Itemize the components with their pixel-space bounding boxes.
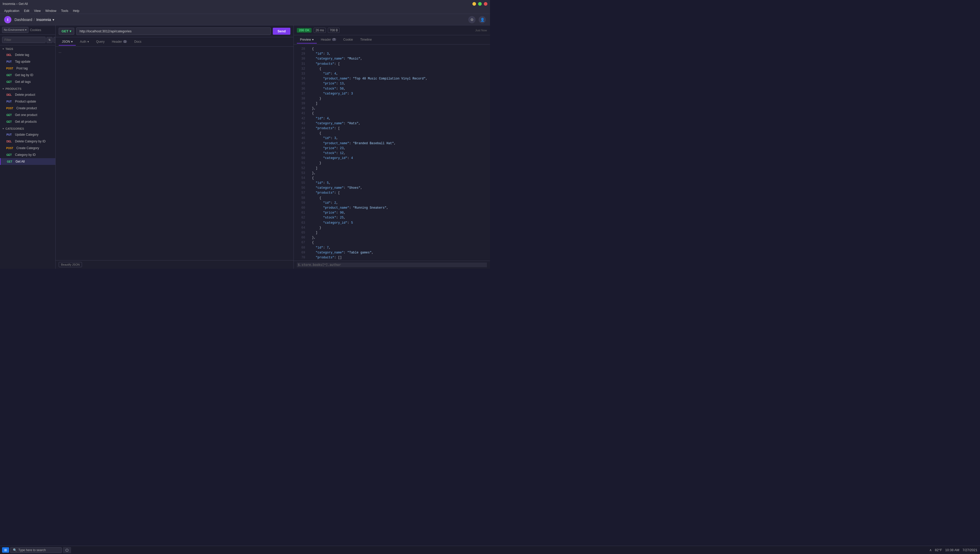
sidebar-item-get-tag-by-id[interactable]: GET Get tag by ID [0, 72, 55, 78]
json-line: 61 "price": 90, [295, 211, 489, 216]
menu-tools[interactable]: Tools [59, 8, 70, 13]
json-line: 34 "product_name": "Top 40 Music Compila… [295, 77, 489, 81]
line-number: 38 [297, 96, 305, 101]
json-line: 44 "products": [ [295, 126, 489, 131]
no-environment-button[interactable]: No Environment ▾ [2, 27, 29, 33]
sidebar-item-post-tag[interactable]: POST Post tag [0, 65, 55, 72]
json-line: 38 } [295, 96, 489, 101]
url-input[interactable] [76, 27, 271, 35]
filter-extra-button[interactable]: ⊕ [54, 37, 56, 43]
method-label: GET [62, 29, 68, 33]
main-layout: No Environment ▾ Cookies ⇅ ⊕ ▾ Tags DEL … [0, 26, 490, 269]
tab-header[interactable]: Header 1 [108, 38, 130, 46]
line-content: { [308, 46, 314, 51]
menu-window[interactable]: Window [43, 8, 59, 13]
section-products[interactable]: ▾ Products [0, 85, 55, 91]
method-selector[interactable]: GET ▾ [59, 28, 74, 35]
json-line: 47 "product_name": "Branded Baseball Hat… [295, 141, 489, 146]
item-label: Create Category [16, 146, 39, 150]
method-put-badge: PUT [5, 60, 13, 64]
sidebar-item-delete-tag[interactable]: DEL Delete tag [0, 51, 55, 58]
close-button[interactable] [484, 2, 487, 6]
response-body[interactable]: 28 {29 "id": 3,30 "category_name": "Musi… [294, 45, 490, 261]
line-number: 58 [297, 196, 305, 201]
resp-tab-timeline[interactable]: Timeline [357, 36, 375, 43]
section-tags[interactable]: ▾ Tags [0, 45, 55, 51]
filter-input[interactable] [2, 37, 46, 43]
line-number: 49 [297, 151, 305, 156]
sidebar-item-get-all-products[interactable]: GET Get all products [0, 118, 55, 125]
menu-view[interactable]: View [32, 8, 43, 13]
line-number: 69 [297, 250, 305, 255]
sidebar-item-create-category[interactable]: POST Create Category [0, 145, 55, 152]
user-avatar[interactable]: 👤 [479, 16, 486, 23]
tab-query-label: Query [96, 40, 105, 43]
line-content: "stock": 12, [308, 151, 345, 156]
resp-tab-header[interactable]: Header ? [318, 36, 339, 43]
method-put-badge: PUT [5, 133, 13, 136]
line-content: { [308, 240, 314, 245]
jq-input[interactable] [297, 262, 487, 267]
method-get-badge: GET [5, 120, 13, 123]
line-number: 66 [297, 235, 305, 240]
item-label: Category by ID [15, 153, 36, 156]
categories-label: Categories [5, 127, 24, 130]
breadcrumb-separator: / [34, 18, 35, 22]
menu-help[interactable]: Help [71, 8, 81, 13]
sidebar-item-delete-product[interactable]: DEL Delete product [0, 91, 55, 98]
breadcrumb-root[interactable]: Dashboard [14, 18, 32, 22]
sidebar-item-get-all-tags[interactable]: GET Get all tags [0, 78, 55, 85]
json-line: 58 { [295, 196, 489, 201]
maximize-button[interactable] [478, 2, 482, 6]
resp-tab-preview[interactable]: Preview ▾ [297, 36, 317, 43]
item-label: Post tag [16, 67, 28, 70]
resp-tab-cookie[interactable]: Cookie [340, 36, 356, 43]
send-button[interactable]: Send [273, 28, 290, 35]
json-line: 43 "category_name": "Hats", [295, 121, 489, 126]
sidebar-item-get-one-product[interactable]: GET Get one product [0, 112, 55, 118]
line-number: 37 [297, 91, 305, 96]
line-number: 46 [297, 136, 305, 141]
tab-docs[interactable]: Docs [131, 38, 144, 46]
section-categories[interactable]: ▾ Categories [0, 125, 55, 131]
response-time: 26 ms [313, 28, 326, 33]
sidebar-item-product-update[interactable]: PUT Product update [0, 98, 55, 105]
line-content: } [308, 161, 321, 166]
sidebar-item-create-product[interactable]: POST Create product [0, 105, 55, 112]
json-line: 36 "stock": 50, [295, 86, 489, 91]
beautify-button[interactable]: Beautify JSON [59, 262, 82, 267]
auth-chevron: ▾ [88, 40, 89, 43]
json-line: 32 { [295, 67, 489, 72]
menu-application[interactable]: Application [2, 8, 21, 13]
tab-header-label: Header [321, 38, 331, 42]
settings-icon[interactable]: ⚙ [468, 16, 476, 23]
breadcrumb-chevron[interactable]: ▾ [52, 18, 54, 22]
line-content: { [308, 196, 321, 201]
line-content: "price": 23, [308, 146, 345, 151]
json-line: 28 { [295, 46, 489, 51]
filter-sort-button[interactable]: ⇅ [46, 37, 52, 43]
cookies-label[interactable]: Cookies [30, 28, 41, 32]
sidebar-item-tag-update[interactable]: PUT Tag update [0, 58, 55, 65]
sidebar-item-category-by-id[interactable]: GET Category by ID [0, 152, 55, 158]
tab-query[interactable]: Query [93, 38, 108, 46]
request-tabs: JSON ▾ Auth ▾ Query Header 1 Docs [56, 37, 293, 46]
response-footer [294, 261, 490, 269]
line-number: 43 [297, 121, 305, 126]
line-content: ] [308, 230, 318, 235]
tab-auth[interactable]: Auth ▾ [77, 38, 92, 46]
tab-cookie-label: Cookie [344, 38, 353, 42]
sidebar-item-update-category[interactable]: PUT Update Category [0, 131, 55, 138]
sidebar-item-get-all[interactable]: GET Get All [0, 158, 55, 165]
line-number: 28 [297, 46, 305, 51]
request-bar: GET ▾ Send [56, 26, 293, 37]
json-line: 56 "category_name": "Shoes", [295, 185, 489, 190]
line-content: "category_name": "Shoes", [308, 185, 362, 190]
sidebar-item-delete-category-by-id[interactable]: DEL Delete Category by ID [0, 138, 55, 145]
menu-edit[interactable]: Edit [22, 8, 32, 13]
tab-json[interactable]: JSON ▾ [59, 38, 76, 46]
line-number: 34 [297, 77, 305, 81]
line-number: 32 [297, 67, 305, 72]
minimize-button[interactable] [473, 2, 476, 6]
line-content: "category_name": "Hats", [308, 121, 360, 126]
